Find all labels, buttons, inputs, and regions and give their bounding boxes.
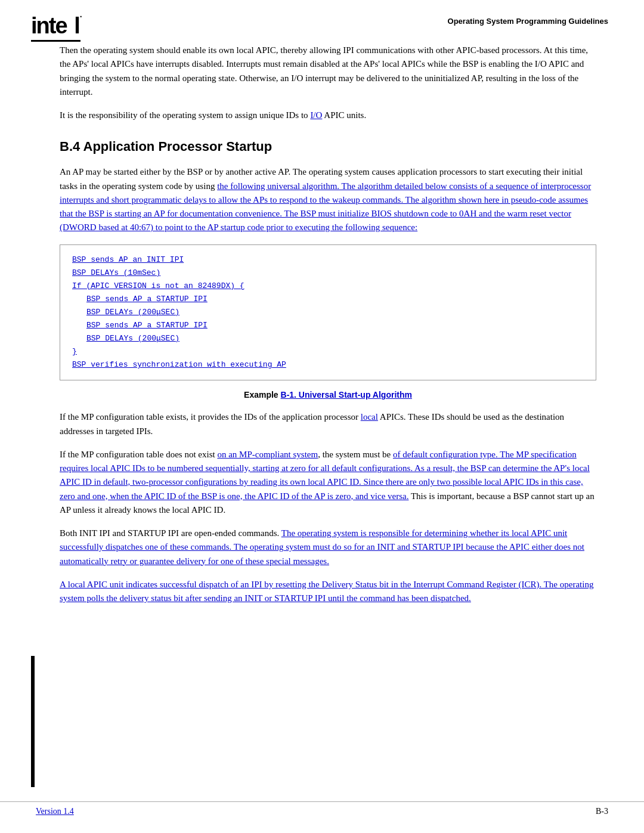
io-link[interactable]: I/O	[310, 110, 322, 120]
logo-text: int	[31, 13, 55, 39]
page-content: Then the operating system should enable …	[0, 33, 644, 651]
code-line-1: BSP sends AP an INIT IPI	[72, 253, 584, 267]
code-line-9: BSP verifies synchronization with execut…	[72, 358, 584, 371]
page-header: Operating System Programming Guidelines	[0, 0, 644, 33]
mp-compliant-link[interactable]: on an MP-compliant system	[217, 450, 318, 459]
local-apic-paragraph: A local APIC unit indicates successful d…	[60, 578, 596, 606]
logo-underline	[31, 40, 80, 42]
code-block: BSP sends AP an INIT IPI BSP DELAYs (10m…	[60, 244, 596, 381]
code-line-7: BSP DELAYs (200μSEC)	[86, 332, 584, 345]
intel-logo: int e l .	[31, 13, 80, 42]
local-link[interactable]: local	[361, 412, 378, 422]
example-caption: Example B-1. Universal Start-up Algorith…	[60, 390, 596, 400]
logo-el: e l .	[55, 13, 80, 39]
code-line-8: }	[72, 345, 584, 358]
page-number: B-3	[596, 807, 608, 816]
example-b1-link[interactable]: B-1. Universal Start-up Algorithm	[281, 390, 412, 400]
mp-table-paragraph-2: If the MP configuration table does not e…	[60, 448, 596, 517]
local-apic-link[interactable]: A local APIC unit indicates successful d…	[60, 580, 593, 603]
code-line-4: BSP sends AP a STARTUP IPI	[86, 293, 584, 306]
code-line-5: BSP DELAYs (200μSEC)	[86, 306, 584, 319]
mp-table-paragraph-1: If the MP configuration table exists, it…	[60, 410, 596, 438]
intro-paragraph-2: It is the responsibility of the operatin…	[60, 109, 596, 122]
intro-paragraph-1: Then the operating system should enable …	[60, 44, 596, 99]
ap-paragraph-1: An AP may be started either by the BSP o…	[60, 165, 596, 234]
header-title: Operating System Programming Guidelines	[448, 17, 608, 26]
version-link[interactable]: Version 1.4	[36, 807, 74, 816]
left-bar-decoration	[31, 656, 35, 787]
page: int e l . Operating System Programming G…	[0, 0, 644, 833]
section-heading-b4: B.4 Application Processor Startup	[60, 139, 596, 154]
code-line-2: BSP DELAYs (10mSec)	[72, 267, 584, 280]
code-line-6: BSP sends AP a STARTUP IPI	[86, 319, 584, 332]
page-footer: Version 1.4 B-3	[0, 801, 644, 816]
code-line-3: If (APIC VERSION is not an 82489DX) {	[72, 280, 584, 293]
init-ipi-paragraph: Both INIT IPI and STARTUP IPI are open-e…	[60, 527, 596, 568]
